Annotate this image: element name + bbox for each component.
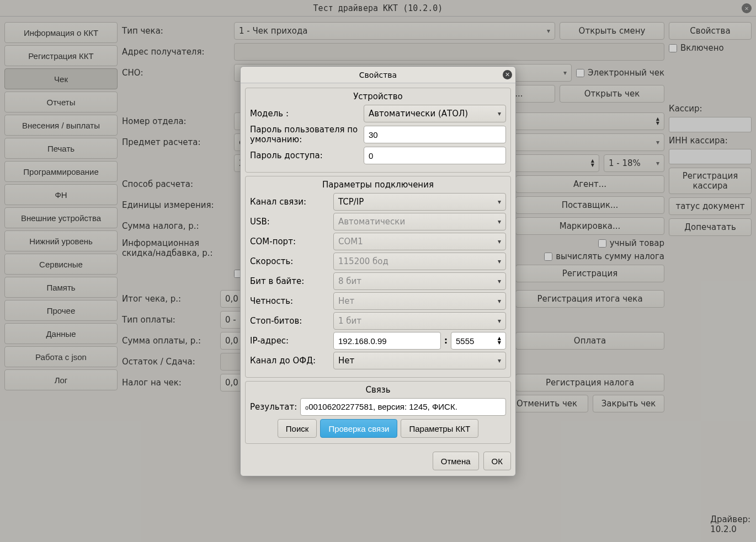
model-label: Модель :: [250, 109, 360, 119]
speed-label: Скорость:: [250, 256, 330, 266]
ip-input[interactable]: [333, 332, 441, 350]
bits-select: 8 бит▾: [333, 272, 506, 290]
user-pwd-label: Пароль пользователя по умолчанию:: [250, 125, 360, 144]
speed-select: 115200 бод▾: [333, 253, 506, 270]
dialog-ok-button[interactable]: ОК: [483, 452, 511, 470]
bits-label: Бит в байте:: [250, 276, 330, 286]
dialog-cancel-button[interactable]: Отмена: [433, 452, 479, 470]
stop-select: 1 бит▾: [333, 312, 506, 330]
stop-label: Стоп-битов:: [250, 316, 330, 326]
channel-select[interactable]: TCP/IP▾: [333, 193, 506, 211]
port-input[interactable]: ▲▼: [451, 332, 506, 350]
device-group-title: Устройство: [250, 92, 506, 101]
connection-group-title: Параметры подключения: [250, 180, 506, 190]
dialog-title-text: Свойства: [359, 71, 397, 79]
connection-group: Параметры подключения Канал связи: TCP/I…: [245, 176, 511, 378]
result-label: Результат:: [250, 402, 297, 412]
channel-label: Канал связи:: [250, 197, 330, 207]
dialog-titlebar: Свойства ✕: [241, 67, 515, 83]
ofd-select[interactable]: Нет▾: [333, 352, 506, 369]
ofd-label: Канал до ОФД:: [250, 356, 330, 366]
properties-dialog: Свойства ✕ Устройство Модель : Автоматич…: [240, 66, 516, 476]
result-input: [300, 398, 506, 416]
usb-select: Автоматически▾: [333, 213, 506, 230]
parity-select: Нет▾: [333, 292, 506, 310]
test-connection-button[interactable]: Проверка связи: [320, 419, 397, 438]
access-pwd-input[interactable]: [364, 147, 506, 164]
usb-label: USB:: [250, 217, 330, 227]
dialog-close-icon[interactable]: ✕: [503, 70, 512, 79]
kkt-params-button[interactable]: Параметры ККТ: [401, 419, 478, 438]
link-group-title: Связь: [250, 385, 506, 395]
access-pwd-label: Пароль доступа:: [250, 151, 360, 160]
com-label: COM-порт:: [250, 237, 330, 246]
device-group: Устройство Модель : Автоматически (АТОЛ)…: [245, 88, 511, 173]
link-group: Связь Результат: Поиск Проверка связи Па…: [245, 381, 511, 444]
ip-label: IP-адрес:: [250, 336, 330, 346]
search-button[interactable]: Поиск: [278, 419, 317, 438]
ip-colon: :: [444, 336, 448, 346]
user-pwd-input[interactable]: [364, 126, 506, 143]
parity-label: Четность:: [250, 296, 330, 306]
model-select[interactable]: Автоматически (АТОЛ)▾: [364, 105, 506, 122]
com-select: COM1▾: [333, 233, 506, 250]
